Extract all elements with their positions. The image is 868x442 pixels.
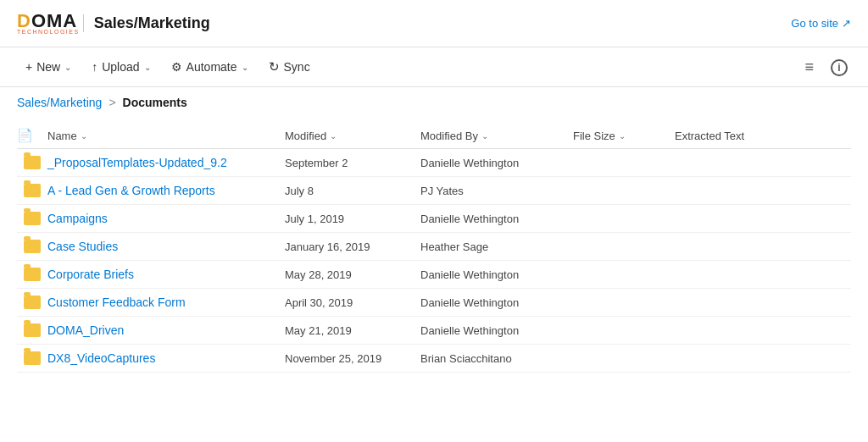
header-file-size-col[interactable]: File Size ⌄ (573, 130, 675, 142)
table-row[interactable]: CampaignsJuly 1, 2019Danielle Wethington (17, 205, 851, 233)
breadcrumb-current: Documents (123, 96, 187, 109)
logo-oma: OMA (31, 12, 77, 30)
sync-button[interactable]: ↻ Sync (260, 54, 319, 80)
table-row[interactable]: A - Lead Gen & Growth ReportsJuly 8PJ Ya… (17, 177, 851, 205)
file-modified-by: Danielle Wethington (420, 157, 573, 169)
table-row[interactable]: Corporate BriefsMay 28, 2019Danielle Wet… (17, 261, 851, 289)
col-modified-label: Modified (285, 130, 326, 142)
file-modified-by: PJ Yates (420, 185, 573, 197)
file-modified: January 16, 2019 (285, 240, 420, 253)
go-to-site-link[interactable]: Go to site ↗ (791, 17, 851, 30)
external-link-icon: ↗ (842, 17, 851, 30)
folder-icon (24, 296, 41, 309)
site-title: Sales/Marketing (83, 14, 210, 32)
file-name[interactable]: Corporate Briefs (47, 268, 285, 281)
folder-icon (24, 351, 41, 365)
file-name[interactable]: _ProposalTemplates-Updated_9.2 (47, 156, 285, 169)
file-icon-cell (17, 184, 47, 197)
automate-icon: ⚙ (171, 60, 182, 74)
breadcrumb-parent[interactable]: Sales/Marketing (17, 96, 102, 109)
header: D OMA TECHNOLOGIES Sales/Marketing Go to… (0, 0, 868, 47)
modified-by-sort-icon: ⌄ (481, 131, 488, 141)
file-list: 📄 Name ⌄ Modified ⌄ Modified By ⌄ File S… (0, 123, 868, 373)
header-name-col[interactable]: Name ⌄ (47, 130, 285, 142)
info-button[interactable]: i (827, 54, 851, 80)
file-icon-cell (17, 240, 47, 253)
file-icon-cell (17, 212, 47, 225)
file-name[interactable]: DX8_VideoCaptures (47, 351, 285, 365)
automate-button[interactable]: ⚙ Automate ⌄ (163, 55, 257, 79)
file-rows-container: _ProposalTemplates-Updated_9.2September … (17, 149, 851, 373)
folder-icon (24, 323, 41, 337)
logo: D OMA TECHNOLOGIES Sales/Marketing (17, 12, 210, 35)
toolbar-right: ≡ i (801, 54, 851, 80)
file-name[interactable]: Customer Feedback Form (47, 296, 285, 309)
file-name[interactable]: A - Lead Gen & Growth Reports (47, 184, 285, 197)
new-button[interactable]: + New ⌄ (17, 55, 80, 79)
automate-chevron: ⌄ (242, 63, 248, 72)
folder-icon (24, 240, 41, 253)
header-modified-col[interactable]: Modified ⌄ (285, 130, 420, 142)
upload-label: Upload (102, 60, 139, 74)
new-chevron: ⌄ (64, 63, 71, 72)
col-name-label: Name (47, 130, 77, 142)
file-modified: May 28, 2019 (285, 268, 420, 281)
file-size-sort-icon: ⌄ (619, 131, 626, 141)
table-row[interactable]: DX8_VideoCapturesNovember 25, 2019Brian … (17, 345, 851, 373)
file-icon-cell (17, 351, 47, 365)
file-modified: September 2 (285, 157, 420, 169)
sync-label: Sync (284, 60, 310, 74)
col-extracted-text-label: Extracted Text (675, 130, 744, 142)
toolbar-left: + New ⌄ ↑ Upload ⌄ ⚙ Automate ⌄ ↻ Sync (17, 54, 319, 80)
header-icon-col: 📄 (17, 128, 47, 143)
file-modified-by: Brian Sciacchitano (420, 352, 573, 365)
plus-icon: + (25, 60, 32, 74)
header-extracted-text-col: Extracted Text (675, 130, 851, 142)
col-modified-by-label: Modified By (420, 130, 478, 142)
folder-icon (24, 184, 41, 197)
automate-label: Automate (186, 60, 237, 74)
file-icon-cell (17, 156, 47, 169)
list-view-button[interactable]: ≡ (801, 55, 817, 80)
table-row[interactable]: Customer Feedback FormApril 30, 2019Dani… (17, 289, 851, 317)
file-icon-cell (17, 323, 47, 337)
file-modified-by: Danielle Wethington (420, 296, 573, 309)
modified-sort-icon: ⌄ (330, 131, 337, 141)
file-modified: November 25, 2019 (285, 352, 420, 365)
folder-icon (24, 212, 41, 225)
table-row[interactable]: Case StudiesJanuary 16, 2019Heather Sage (17, 233, 851, 261)
breadcrumb: Sales/Marketing > Documents (0, 87, 868, 123)
doc-icon-header: 📄 (17, 128, 33, 142)
file-icon-cell (17, 296, 47, 309)
sync-icon: ↻ (269, 59, 280, 75)
file-modified: July 8 (285, 185, 420, 197)
file-icon-cell (17, 268, 47, 281)
file-modified-by: Danielle Wethington (420, 268, 573, 281)
header-modified-by-col[interactable]: Modified By ⌄ (420, 130, 573, 142)
file-modified: April 30, 2019 (285, 296, 420, 309)
logo-sub: TECHNOLOGIES (17, 29, 80, 35)
info-icon: i (831, 59, 848, 76)
file-name[interactable]: DOMA_Driven (47, 323, 285, 337)
folder-icon (24, 156, 41, 169)
list-view-icon: ≡ (804, 58, 814, 75)
file-modified-by: Heather Sage (420, 240, 573, 253)
toolbar: + New ⌄ ↑ Upload ⌄ ⚙ Automate ⌄ ↻ Sync ≡… (0, 47, 868, 87)
upload-button[interactable]: ↑ Upload ⌄ (83, 55, 159, 79)
breadcrumb-separator: > (108, 96, 115, 109)
col-file-size-label: File Size (573, 130, 615, 142)
header-left: D OMA TECHNOLOGIES Sales/Marketing (17, 12, 210, 35)
table-row[interactable]: _ProposalTemplates-Updated_9.2September … (17, 149, 851, 177)
file-modified-by: Danielle Wethington (420, 324, 573, 337)
upload-chevron: ⌄ (144, 63, 151, 72)
file-modified: May 21, 2019 (285, 324, 420, 337)
logo-d: D (17, 12, 31, 30)
table-row[interactable]: DOMA_DrivenMay 21, 2019Danielle Wethingt… (17, 317, 851, 345)
upload-icon: ↑ (92, 60, 97, 74)
file-name[interactable]: Case Studies (47, 240, 285, 253)
name-sort-icon: ⌄ (81, 131, 87, 141)
new-label: New (36, 60, 60, 74)
file-name[interactable]: Campaigns (47, 212, 285, 225)
logo-block: D OMA TECHNOLOGIES (17, 12, 80, 35)
header-right: Go to site ↗ (791, 17, 851, 30)
